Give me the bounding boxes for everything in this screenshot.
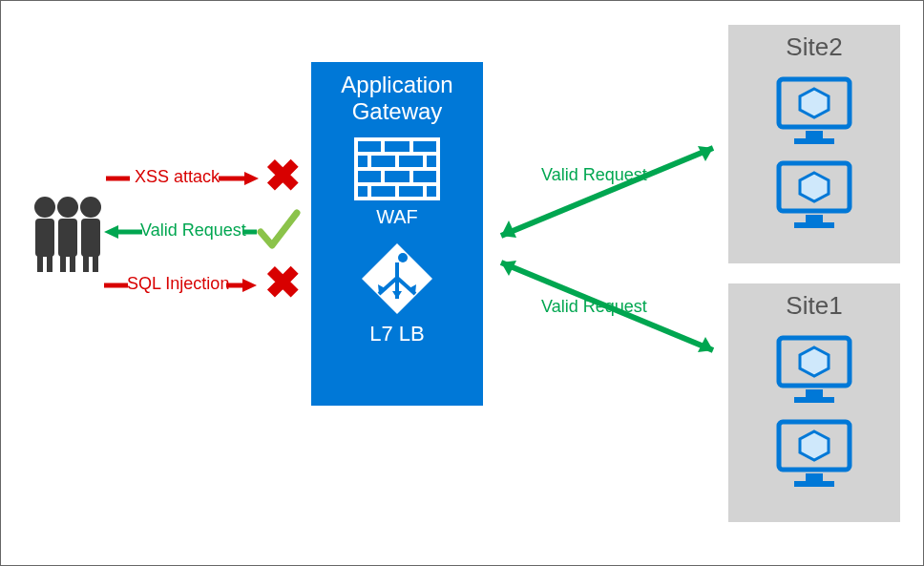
blocked-icon-xss: ✖ <box>264 154 302 198</box>
label-valid-out-bottom: Valid Request <box>541 297 647 317</box>
svg-rect-58 <box>806 389 823 397</box>
vm-icon <box>775 334 853 405</box>
site2-title: Site2 <box>728 32 900 62</box>
svg-point-8 <box>80 197 101 218</box>
svg-rect-6 <box>60 251 66 272</box>
svg-line-43 <box>501 148 713 236</box>
svg-rect-11 <box>93 251 98 272</box>
gateway-title-line1: Application <box>341 72 452 97</box>
svg-rect-7 <box>70 251 75 272</box>
load-balancer-icon <box>360 241 434 316</box>
blocked-icon-sqli: ✖ <box>264 261 302 304</box>
waf-architecture-diagram: XSS attack ✖ Valid Request SQL Injection… <box>0 0 924 566</box>
svg-marker-64 <box>800 431 829 460</box>
label-xss: XSS attack <box>135 167 220 187</box>
svg-rect-59 <box>794 397 834 403</box>
arrow-out-top <box>488 135 726 249</box>
svg-point-0 <box>34 197 55 218</box>
vm-icon <box>775 159 853 230</box>
site1-title: Site1 <box>728 291 900 321</box>
site1: Site1 <box>728 283 900 522</box>
svg-marker-20 <box>242 279 257 292</box>
allowed-icon <box>257 209 301 253</box>
waf-label: WAF <box>311 206 483 228</box>
svg-point-4 <box>57 197 78 218</box>
svg-rect-54 <box>806 215 823 222</box>
svg-marker-16 <box>104 225 118 239</box>
svg-rect-2 <box>37 251 43 272</box>
svg-point-36 <box>398 253 408 262</box>
svg-marker-56 <box>800 173 829 201</box>
firewall-icon <box>354 137 440 200</box>
label-valid-out-top: Valid Request <box>541 165 647 185</box>
application-gateway: Application Gateway <box>311 62 483 406</box>
svg-rect-3 <box>47 251 52 272</box>
users-icon <box>28 192 108 274</box>
label-sqli: SQL Injection <box>127 274 229 294</box>
svg-marker-52 <box>800 89 829 117</box>
gateway-title: Application Gateway <box>311 72 483 124</box>
svg-marker-14 <box>244 172 259 185</box>
gateway-title-line2: Gateway <box>352 98 443 124</box>
site2: Site2 <box>728 25 900 263</box>
label-valid-in: Valid Request <box>140 220 246 241</box>
svg-rect-50 <box>806 131 823 138</box>
vm-icon <box>775 418 853 489</box>
svg-rect-10 <box>83 251 89 272</box>
svg-rect-62 <box>806 473 823 481</box>
vm-icon <box>775 75 853 146</box>
l7lb-label: L7 LB <box>311 322 483 346</box>
svg-rect-51 <box>794 138 834 144</box>
svg-rect-63 <box>794 481 834 487</box>
svg-rect-55 <box>794 222 834 228</box>
svg-marker-60 <box>800 347 829 376</box>
